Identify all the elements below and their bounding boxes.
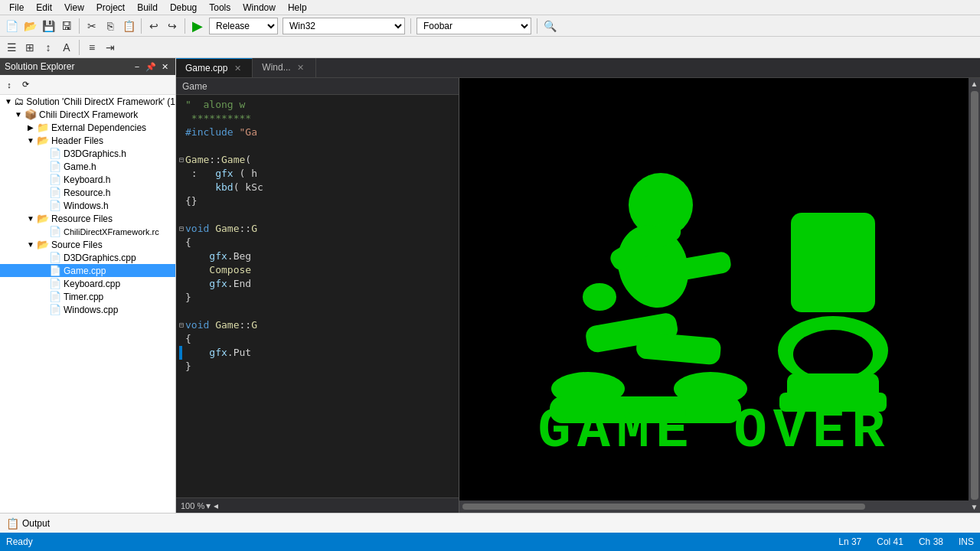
menu-build[interactable]: Build: [131, 1, 164, 15]
menu-window[interactable]: Window: [237, 1, 282, 15]
code-text: Game::Game(: [185, 153, 251, 167]
cut-btn[interactable]: ✂: [83, 18, 100, 34]
zoom-scroll-left[interactable]: ◂: [214, 500, 218, 511]
node-source-files[interactable]: ▼ 📂 Source Files: [0, 238, 175, 251]
scrollbar-thumb-v[interactable]: [971, 91, 978, 500]
save-btn[interactable]: 💾: [40, 18, 57, 34]
scroll-down-btn[interactable]: ▼: [969, 501, 980, 513]
project-root[interactable]: ▼ 📦 Chili DirectX Framework: [0, 108, 175, 121]
current-line-indicator: [179, 346, 182, 360]
scrollbar-thumb[interactable]: [462, 504, 865, 510]
output-panel: 📋 Output: [0, 513, 980, 533]
node-header-files[interactable]: ▼ 📂 Header Files: [0, 134, 175, 147]
new-file-btn[interactable]: 📄: [3, 18, 20, 34]
d3dgraphics-cpp-label: D3DGraphics.cpp: [64, 253, 136, 263]
secondary-toolbar: ☰ ⊞ ↕ A ≡ ⇥: [0, 37, 980, 58]
tb2-btn5[interactable]: ≡: [83, 39, 100, 56]
menu-file[interactable]: File: [3, 1, 30, 15]
platform-dropdown[interactable]: Win32 x64: [283, 18, 405, 34]
tb2-btn3[interactable]: ↕: [40, 39, 57, 56]
paste-btn[interactable]: 📋: [120, 18, 137, 34]
cpp-file-icon4: 📄: [49, 291, 61, 302]
node-d3dgraphics-h[interactable]: 📄 D3DGraphics.h: [0, 147, 175, 160]
se-sync-btn[interactable]: ↕: [2, 77, 17, 93]
chili-rc-label: ChiliDirectXFramework.rc: [64, 227, 159, 236]
fold-indicator[interactable]: ⊟: [179, 153, 184, 167]
right-preview-panel: GAME OVER: [459, 78, 969, 513]
header-file-icon2: 📄: [49, 161, 61, 172]
undo-btn[interactable]: ↩: [145, 18, 162, 34]
menu-view[interactable]: View: [58, 1, 90, 15]
fold-icon: [179, 98, 184, 112]
editor-area: Game.cpp ✕ Wind... ✕ Game: [176, 58, 980, 513]
menu-edit[interactable]: Edit: [30, 1, 58, 15]
menu-tools[interactable]: Tools: [203, 1, 237, 15]
tb2-btn2[interactable]: ⊞: [21, 39, 38, 56]
code-text: : gfx ( h: [185, 167, 257, 181]
node-keyboard-cpp[interactable]: 📄 Keyboard.cpp: [0, 277, 175, 290]
save-all-btn[interactable]: 🖫: [58, 18, 75, 34]
open-btn[interactable]: 📂: [21, 18, 38, 34]
tab-game-cpp[interactable]: Game.cpp ✕: [176, 58, 253, 77]
tab-windows-close[interactable]: ✕: [296, 62, 306, 73]
tab-windows-label: Wind...: [262, 62, 290, 73]
tab-windows[interactable]: Wind... ✕: [253, 58, 315, 77]
node-external-deps[interactable]: ▶ 📁 External Dependencies: [0, 121, 175, 134]
solution-root[interactable]: ▼ 🗂 Solution 'Chili DirectX Framework' (…: [0, 95, 175, 108]
resource-folder-icon: 📂: [37, 213, 49, 224]
project-dropdown[interactable]: Foobar: [416, 18, 531, 34]
node-game-cpp[interactable]: 📄 Game.cpp: [0, 264, 175, 277]
node-windows-cpp[interactable]: 📄 Windows.cpp: [0, 303, 175, 316]
code-text: {}: [185, 194, 198, 208]
redo-btn[interactable]: ↪: [164, 18, 181, 34]
node-d3dgraphics-cpp[interactable]: 📄 D3DGraphics.cpp: [0, 251, 175, 264]
node-resource-h[interactable]: 📄 Resource.h: [0, 186, 175, 199]
keyboard-h-label: Keyboard.h: [64, 174, 110, 185]
fold-indicator3[interactable]: ⊟: [179, 318, 184, 332]
code-line: **********: [179, 112, 456, 126]
tb2-btn4[interactable]: A: [58, 39, 75, 56]
folder-closed-icon: 📁: [37, 122, 49, 133]
preview-scrollbar[interactable]: [459, 500, 969, 513]
menu-help[interactable]: Help: [282, 1, 313, 15]
rc-file-icon: 📄: [49, 226, 61, 237]
tb2-btn1[interactable]: ☰: [3, 39, 20, 56]
search-btn[interactable]: 🔍: [541, 18, 558, 34]
code-text: gfx.Beg: [185, 249, 251, 263]
configuration-dropdown[interactable]: Debug Release: [209, 18, 278, 34]
node-timer-cpp[interactable]: 📄 Timer.cpp: [0, 290, 175, 303]
code-line: [179, 139, 456, 153]
node-keyboard-h[interactable]: 📄 Keyboard.h: [0, 173, 175, 186]
code-text: void Game::G: [185, 222, 257, 236]
fold-indicator2[interactable]: ⊟: [179, 222, 184, 236]
windows-cpp-label: Windows.cpp: [64, 305, 118, 315]
status-ch: Ch 38: [919, 536, 943, 547]
code-text: {: [185, 332, 191, 346]
code-line: }: [179, 291, 456, 305]
panel-minimize-btn[interactable]: −: [131, 60, 143, 73]
solution-expand-icon: ▼: [3, 97, 15, 106]
node-windows-h[interactable]: 📄 Windows.h: [0, 199, 175, 212]
menu-debug[interactable]: Debug: [164, 1, 203, 15]
output-icon: 📋: [6, 517, 19, 530]
cpp-file-icon3: 📄: [49, 278, 61, 289]
scroll-up-btn[interactable]: ▲: [969, 78, 980, 90]
source-folder-icon: 📂: [37, 239, 49, 250]
se-refresh-btn[interactable]: ⟳: [18, 77, 33, 93]
vertical-scrollbar[interactable]: ▲ ▼: [969, 78, 980, 513]
node-resource-files[interactable]: ▼ 📂 Resource Files: [0, 212, 175, 225]
split-area: Game " along w **********: [176, 78, 980, 513]
node-game-h[interactable]: 📄 Game.h: [0, 160, 175, 173]
menu-project[interactable]: Project: [90, 1, 131, 15]
tab-game-cpp-close[interactable]: ✕: [232, 63, 243, 73]
code-line: #include "Ga: [179, 126, 456, 139]
ext-deps-label: External Dependencies: [51, 122, 146, 133]
panel-close-btn[interactable]: ✕: [158, 60, 171, 73]
run-btn[interactable]: ▶: [189, 18, 206, 34]
tb2-btn6[interactable]: ⇥: [102, 39, 119, 56]
left-code-panel: Game " along w **********: [176, 78, 459, 513]
node-chili-rc[interactable]: 📄 ChiliDirectXFramework.rc: [0, 225, 175, 238]
panel-pin-btn[interactable]: 📌: [145, 60, 157, 73]
copy-btn[interactable]: ⎘: [102, 18, 119, 34]
zoom-dropdown-btn[interactable]: ▾: [206, 500, 211, 511]
